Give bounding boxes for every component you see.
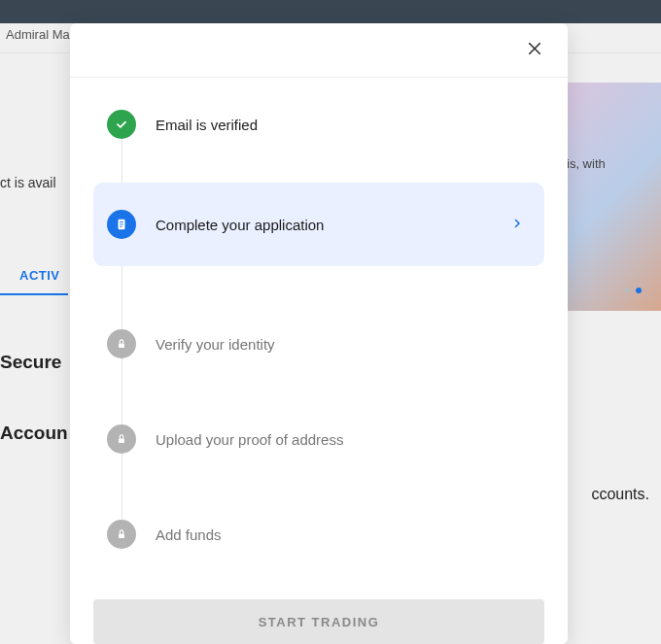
svg-rect-7 [119, 438, 124, 443]
step-label: Email is verified [156, 117, 258, 133]
step-proof-of-address: Upload your proof of address [93, 410, 544, 468]
onboarding-modal: Email is verified Complete your applicat… [70, 23, 568, 644]
close-icon [526, 40, 543, 60]
carousel-dot-active[interactable] [636, 288, 642, 293]
step-label: Add funds [156, 526, 222, 543]
tab-active[interactable]: ACTIV [19, 268, 60, 290]
svg-rect-6 [119, 343, 124, 348]
lock-icon [107, 329, 136, 358]
svg-rect-5 [120, 226, 122, 227]
step-label: Verify your identity [156, 336, 275, 353]
svg-rect-4 [120, 223, 123, 224]
lock-icon [107, 424, 136, 454]
promo-image [564, 83, 661, 311]
check-circle-icon [107, 110, 136, 139]
close-button[interactable] [523, 39, 546, 62]
start-trading-button[interactable]: START TRADING [93, 599, 544, 644]
step-add-funds: Add funds [93, 505, 544, 563]
step-email-verified: Email is verified [93, 95, 544, 153]
chevron-right-icon [511, 216, 523, 233]
bg-heading: Secure [0, 352, 61, 373]
lock-icon [107, 520, 136, 549]
tab-underline [0, 293, 68, 295]
step-label: Complete your application [156, 217, 324, 233]
modal-header [70, 23, 568, 78]
top-bar [0, 0, 661, 23]
bg-message: ccounts. [591, 486, 649, 503]
step-verify-identity: Verify your identity [93, 315, 544, 373]
carousel-dots[interactable] [624, 288, 642, 293]
modal-body: Email is verified Complete your applicat… [70, 78, 568, 580]
brand-title: Admiral Mar [6, 27, 74, 42]
steps-list: Email is verified Complete your applicat… [93, 95, 544, 563]
step-label: Upload your proof of address [156, 431, 343, 448]
step-complete-application[interactable]: Complete your application [93, 183, 544, 266]
bg-heading: Accoun [0, 423, 68, 444]
carousel-dot[interactable] [624, 288, 630, 293]
svg-rect-3 [120, 221, 123, 222]
modal-footer: START TRADING [70, 580, 568, 644]
document-icon [107, 210, 136, 239]
bg-side-text: ysis, with [554, 155, 651, 173]
bg-text-fragment: ct is avail [0, 175, 56, 190]
svg-rect-8 [119, 533, 124, 538]
